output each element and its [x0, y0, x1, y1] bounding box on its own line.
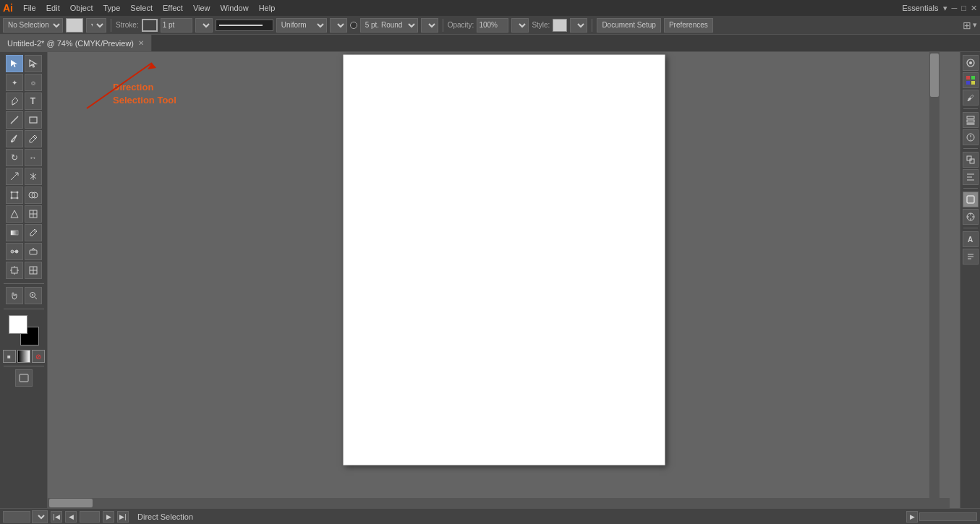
pencil-tool[interactable]	[25, 130, 42, 147]
magic-wand-tool[interactable]: ✦	[6, 74, 23, 91]
vertical-scrollbar[interactable]	[929, 52, 939, 498]
canvas-paper	[343, 54, 665, 465]
align-panel-button[interactable]	[963, 169, 979, 185]
minimize-button[interactable]: ─	[952, 4, 958, 12]
paintbrush-tool[interactable]	[6, 130, 23, 147]
swatches-panel-button[interactable]	[963, 72, 979, 88]
artboard-tool[interactable]	[6, 262, 23, 279]
style-box[interactable]	[553, 19, 567, 32]
brush-dropdown[interactable]: 5 pt. Round	[360, 18, 418, 33]
last-page-button[interactable]: ▶|	[117, 511, 129, 523]
tab-close-button[interactable]: ✕	[138, 39, 144, 47]
opacity-unit[interactable]: ▾	[511, 18, 529, 33]
foreground-color-swatch[interactable]	[9, 315, 27, 334]
tool-row-4	[6, 111, 42, 129]
character-panel-button[interactable]: A	[963, 231, 979, 247]
gradient-mode-btn[interactable]	[17, 350, 30, 363]
stroke-width-input[interactable]	[161, 18, 192, 33]
style-dropdown[interactable]: ▾	[570, 18, 587, 33]
line-tool[interactable]	[6, 111, 23, 129]
brush-unit[interactable]: ▾	[421, 18, 438, 33]
stroke-swatch[interactable]	[142, 19, 158, 32]
zoom-dropdown[interactable]: ▾	[32, 510, 48, 523]
rotate-tool[interactable]: ↻	[6, 149, 23, 166]
opacity-input[interactable]	[477, 18, 508, 33]
right-panel: 🖌	[960, 52, 980, 508]
selection-tool[interactable]	[6, 55, 23, 72]
svg-rect-45	[967, 124, 974, 124]
none-mode-btn[interactable]: ⊘	[32, 350, 45, 363]
eyedropper-tool[interactable]	[25, 224, 42, 241]
screen-mode-button[interactable]	[15, 369, 33, 387]
stroke-type-unit[interactable]: ▾	[330, 18, 347, 33]
horizontal-scroll-thumb[interactable]	[49, 499, 93, 507]
live-paint-tool[interactable]	[25, 243, 42, 260]
preferences-button[interactable]: Preferences	[664, 18, 713, 33]
separator	[111, 19, 111, 32]
arrange-dropdown-icon[interactable]: ▾	[973, 20, 977, 30]
navigator-panel-button[interactable]	[963, 209, 979, 225]
menu-type[interactable]: Type	[99, 2, 125, 14]
svg-line-31	[34, 297, 37, 300]
shape-builder-tool[interactable]	[25, 186, 42, 204]
mesh-tool[interactable]	[25, 205, 42, 223]
properties-panel-button[interactable]	[963, 192, 979, 207]
document-tab[interactable]: Untitled-2* @ 74% (CMYK/Preview) ✕	[0, 35, 152, 51]
statusbar: 74% ▾ |◀ ◀ 1 ▶ ▶| Direct Selection ▶	[0, 508, 980, 524]
color-panel-button[interactable]	[963, 55, 979, 71]
prev-page-button[interactable]: ◀	[65, 511, 77, 523]
color-area: ■ ⊘	[3, 315, 45, 363]
selection-dropdown[interactable]: No Selection	[3, 18, 63, 33]
menu-window[interactable]: Window	[216, 2, 253, 14]
menu-file[interactable]: File	[19, 2, 41, 14]
tool-separator3	[4, 366, 44, 366]
status-right: ▶	[906, 511, 977, 523]
zoom-tool[interactable]	[25, 287, 42, 304]
free-transform-tool[interactable]	[6, 186, 23, 204]
transform-panel-button[interactable]	[963, 152, 979, 168]
pen-tool[interactable]	[6, 93, 23, 110]
lasso-tool[interactable]: ⌾	[25, 74, 42, 91]
fill-swatch[interactable]	[66, 18, 83, 33]
menu-help[interactable]: Help	[255, 2, 280, 14]
width-tool[interactable]	[25, 168, 42, 185]
svg-rect-42	[971, 81, 975, 85]
menu-object[interactable]: Object	[66, 2, 98, 14]
horizontal-scrollbar[interactable]	[48, 498, 950, 508]
paragraph-panel-button[interactable]	[963, 249, 979, 265]
workspace-dropdown-icon[interactable]: ▾	[943, 4, 947, 13]
menu-edit[interactable]: Edit	[42, 2, 64, 14]
hand-tool[interactable]	[6, 287, 23, 304]
arrangement-icon[interactable]: ⊞	[963, 20, 971, 31]
maximize-button[interactable]: □	[961, 4, 966, 12]
next-page-button[interactable]: ▶	[103, 511, 114, 523]
vertical-scroll-thumb[interactable]	[930, 53, 939, 97]
direct-selection-tool[interactable]	[25, 55, 42, 72]
slice-tool[interactable]	[25, 262, 42, 279]
menu-select[interactable]: Select	[126, 2, 157, 14]
play-button[interactable]: ▶	[906, 511, 918, 523]
first-page-button[interactable]: |◀	[51, 511, 62, 523]
close-button[interactable]: ✕	[971, 4, 977, 13]
menu-view[interactable]: View	[189, 2, 215, 14]
zoom-input[interactable]: 74%	[3, 511, 30, 523]
brushes-panel-button[interactable]: 🖌	[963, 90, 979, 106]
svg-point-19	[15, 250, 18, 253]
perspective-tool[interactable]	[6, 205, 23, 223]
page-input[interactable]: 1	[80, 511, 100, 523]
stroke-type-dropdown[interactable]: Uniform	[276, 18, 327, 33]
color-mode-btn[interactable]: ■	[3, 350, 16, 363]
appearance-panel-button[interactable]	[963, 129, 979, 145]
stroke-width-unit[interactable]: ▾	[195, 18, 213, 33]
reflect-tool[interactable]: ↔	[25, 149, 42, 166]
menu-effect[interactable]: Effect	[158, 2, 187, 14]
gradient-tool[interactable]	[6, 224, 23, 241]
rectangle-tool[interactable]	[25, 111, 42, 129]
blend-tool[interactable]	[6, 243, 23, 260]
workspace-label: Essentials	[902, 4, 938, 12]
type-tool[interactable]: T	[25, 93, 42, 110]
scale-tool[interactable]	[6, 168, 23, 185]
fill-type-dropdown[interactable]: ▾	[86, 18, 106, 33]
document-setup-button[interactable]: Document Setup	[597, 18, 661, 33]
layers-panel-button[interactable]	[963, 112, 979, 128]
